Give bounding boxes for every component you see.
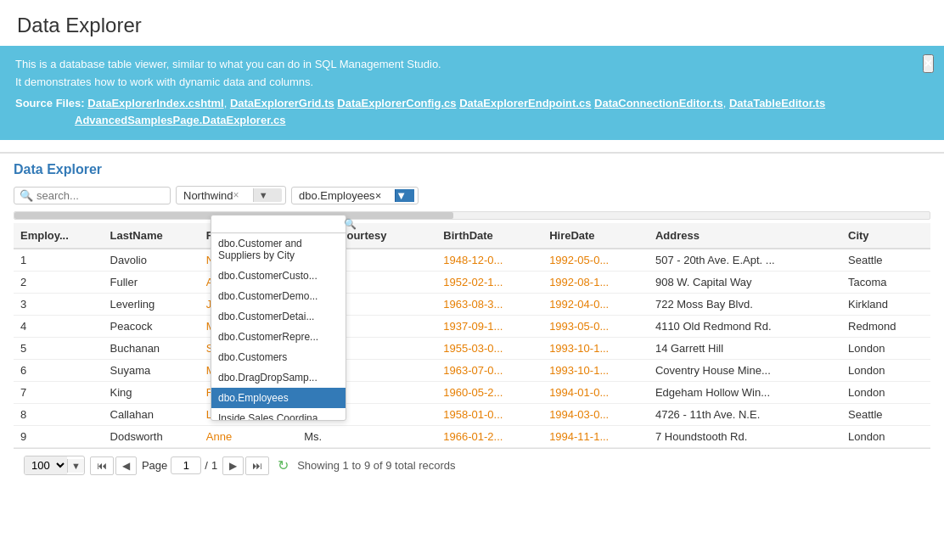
cell-city: Redmond — [841, 316, 930, 338]
table-row: 2 Fuller Andrew Dr. 1952-02-1... 1992-08… — [14, 272, 930, 294]
cell-hire: 1992-08-1... — [542, 272, 649, 294]
cell-id: 7 — [14, 382, 104, 404]
cell-birth: 1960-05-2... — [436, 382, 542, 404]
source-link-4[interactable]: DataExplorerEndpoint.cs — [459, 97, 591, 109]
cell-address: 908 W. Capital Way — [649, 272, 841, 294]
database-value: Northwind — [183, 189, 233, 202]
table-dropdown[interactable]: dbo.Employees × ▼ — [291, 187, 419, 204]
dropdown-item-4[interactable]: dbo.CustomerRepre... — [211, 327, 346, 347]
cell-city: London — [841, 360, 930, 382]
per-page-select[interactable]: 100 50 25 — [25, 456, 67, 474]
nav-buttons-right: ▶ ⏭ — [222, 456, 269, 475]
cell-birth: 1958-01-0... — [436, 404, 542, 426]
cell-last: Leverling — [104, 294, 199, 316]
cell-hire: 1993-05-0... — [542, 316, 649, 338]
close-icon[interactable]: × — [923, 54, 934, 73]
cell-city: London — [841, 426, 930, 448]
info-banner: × This is a database table viewer, simil… — [0, 46, 944, 140]
toolbar: 🔍 Northwind × ▼ dbo.Employees × ▼ 🔍 — [14, 186, 930, 204]
col-city: City — [841, 223, 930, 249]
cell-birth: 1955-03-0... — [436, 338, 542, 360]
cell-last: Fuller — [104, 272, 199, 294]
popup-search-input[interactable] — [216, 218, 344, 230]
cell-address: 4726 - 11th Ave. N.E. — [649, 404, 841, 426]
cell-city: London — [841, 338, 930, 360]
cell-id: 3 — [14, 294, 104, 316]
dropdown-item-3[interactable]: dbo.CustomerDetai... — [211, 306, 346, 327]
horizontal-scrollbar[interactable] — [14, 211, 930, 220]
cell-address: 14 Garrett Hill — [649, 338, 841, 360]
cell-hire: 1994-11-1... — [542, 426, 649, 448]
cell-address: Edgeham Hollow Win... — [649, 382, 841, 404]
popup-search-icon: 🔍 — [344, 218, 357, 230]
data-table: Employ... LastName FirstName TitleOfCour… — [14, 223, 930, 448]
last-page-button[interactable]: ⏭ — [245, 456, 269, 475]
dropdown-item-5[interactable]: dbo.Customers — [211, 347, 346, 367]
popup-search-box: 🔍 — [211, 216, 346, 233]
cell-title: Ms. — [297, 426, 436, 448]
search-input[interactable] — [37, 189, 155, 202]
source-files-label: Source Files: — [15, 97, 85, 109]
table-row: 9 Dodsworth Anne Ms. 1966-01-2... 1994-1… — [14, 426, 930, 448]
table-row: 3 Leverling Janet Ms. 1963-08-3... 1992-… — [14, 294, 930, 316]
cell-address: Coventry House Mine... — [649, 360, 841, 382]
per-page-arrow-icon: ▼ — [67, 459, 84, 473]
records-info: Showing 1 to 9 of 9 total records — [297, 459, 455, 472]
table-row: 8 Callahan Laura Ms. 1958-01-0... 1994-0… — [14, 404, 930, 426]
table-row: 6 Suyama Michael Mr. 1963-07-0... 1993-1… — [14, 360, 930, 382]
table-row: 5 Buchanan Steven Mr. 1955-03-0... 1993-… — [14, 338, 930, 360]
cell-id: 1 — [14, 249, 104, 272]
cell-city: Kirkland — [841, 294, 930, 316]
page-total: 1 — [211, 459, 217, 472]
table-row: 1 Davolio Nancy Ms. 1948-12-0... 1992-05… — [14, 249, 930, 272]
cell-id: 9 — [14, 426, 104, 448]
dropdown-item-6[interactable]: dbo.DragDropSamp... — [211, 367, 346, 388]
cell-city: Tacoma — [841, 272, 930, 294]
cell-birth: 1963-07-0... — [436, 360, 542, 382]
cell-id: 2 — [14, 272, 104, 294]
source-link-7[interactable]: AdvancedSamplesPage.DataExplorer.cs — [75, 114, 286, 126]
table-arrow-icon[interactable]: ▼ — [395, 189, 414, 202]
page-label: Page — [142, 459, 167, 472]
prev-page-button[interactable]: ◀ — [115, 456, 137, 475]
table-header-row: Employ... LastName FirstName TitleOfCour… — [14, 223, 930, 249]
database-dropdown[interactable]: Northwind × ▼ — [176, 186, 286, 204]
cell-id: 8 — [14, 404, 104, 426]
cell-hire: 1993-10-1... — [542, 338, 649, 360]
page-header: Data Explorer — [0, 0, 944, 46]
col-lastname: LastName — [104, 223, 199, 249]
source-link-6[interactable]: DataTableEditor.ts — [729, 97, 825, 109]
table-footer: 100 50 25 ▼ ⏮ ◀ Page / 1 ▶ ⏭ ↻ Showin — [14, 448, 930, 482]
table-row: 7 King Robert Mr. 1960-05-2... 1994-01-0… — [14, 382, 930, 404]
table-row: 4 Peacock Margaret Mrs. 1937-09-1... 199… — [14, 316, 930, 338]
source-link-1[interactable]: DataExplorerIndex.cshtml — [87, 97, 223, 109]
cell-hire: 1992-04-0... — [542, 294, 649, 316]
banner-line2: It demonstrates how to work with dynamic… — [15, 76, 313, 88]
dropdown-item-0[interactable]: dbo.Customer andSuppliers by City — [211, 233, 346, 266]
source-link-2[interactable]: DataExplorerGrid.ts — [230, 97, 334, 109]
cell-last: Peacock — [104, 316, 199, 338]
cell-id: 6 — [14, 360, 104, 382]
clear-database-icon[interactable]: × — [233, 189, 251, 201]
cell-birth: 1966-01-2... — [436, 426, 542, 448]
first-page-button[interactable]: ⏮ — [90, 456, 114, 475]
cell-city: Seattle — [841, 404, 930, 426]
per-page-select-wrap[interactable]: 100 50 25 ▼ — [24, 456, 85, 475]
source-link-5[interactable]: DataConnectionEditor.ts — [594, 97, 723, 109]
refresh-icon[interactable]: ↻ — [278, 457, 289, 473]
dropdown-item-1[interactable]: dbo.CustomerCusto... — [211, 266, 346, 286]
dropdown-item-8[interactable]: Inside Sales Coordina... — [211, 408, 346, 420]
table-value: dbo.Employees — [299, 189, 375, 202]
source-link-3[interactable]: DataExplorerConfig.cs — [337, 97, 456, 109]
dropdown-item-7[interactable]: dbo.Employees — [211, 388, 346, 408]
cell-city: London — [841, 382, 930, 404]
database-arrow-icon[interactable]: ▼ — [253, 188, 282, 202]
page-input[interactable] — [171, 456, 201, 474]
next-page-button[interactable]: ▶ — [222, 456, 244, 475]
col-id: Employ... — [14, 223, 104, 249]
cell-last: Suyama — [104, 360, 199, 382]
col-birth: BirthDate — [436, 223, 542, 249]
clear-table-icon[interactable]: × — [375, 189, 394, 202]
dropdown-item-2[interactable]: dbo.CustomerDemo... — [211, 286, 346, 306]
cell-address: 7 Houndstooth Rd. — [649, 426, 841, 448]
